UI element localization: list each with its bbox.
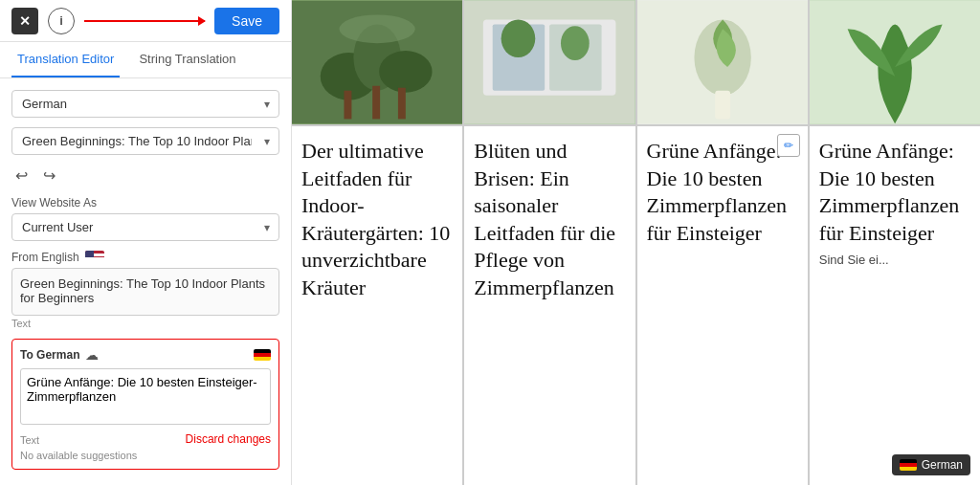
text-cell-4-title: Grüne Anfänge: Die 10 besten Zimmerpflan… <box>819 138 970 247</box>
german-badge-label: German <box>922 458 963 472</box>
flag-de-icon <box>254 349 271 361</box>
no-suggestions-text: No available suggestions <box>20 450 271 461</box>
svg-point-3 <box>379 51 432 93</box>
image-cell-2 <box>464 0 635 124</box>
language-select-wrapper: German French Spanish <box>11 90 279 118</box>
text-cell-2: Blüten und Brisen: Ein saisonaler Leitfa… <box>464 126 635 485</box>
redo-button[interactable]: ↪ <box>39 165 59 187</box>
to-german-textarea-container: Grüne Anfänge: Die 10 besten Einsteiger-… <box>20 368 271 429</box>
text-cell-3: ✏ Grüne Anfänge: Die 10 besten Zimmerpfl… <box>637 126 808 485</box>
from-english-text: Green Beginnings: The Top 10 Indoor Plan… <box>11 268 279 316</box>
svg-rect-6 <box>398 88 406 120</box>
image-cell-3 <box>637 0 808 124</box>
from-english-field-type: Text <box>11 318 279 329</box>
tab-translation-editor[interactable]: Translation Editor <box>11 42 120 77</box>
to-german-footer: Text Discard changes <box>20 432 271 446</box>
text-cell-4: Grüne Anfänge: Die 10 besten Zimmerpflan… <box>810 126 980 485</box>
from-english-section: From English Green Beginnings: The Top 1… <box>11 251 279 329</box>
language-select[interactable]: German French Spanish <box>11 90 279 118</box>
panel-content: German French Spanish Green Beginnings: … <box>0 78 291 485</box>
to-german-field-type: Text <box>20 434 39 446</box>
cloud-icon[interactable]: ☁ <box>85 347 99 363</box>
svg-point-7 <box>340 14 415 43</box>
svg-point-12 <box>501 19 536 57</box>
flag-de-badge-icon <box>900 459 917 471</box>
view-as-select-wrapper: Current User Guest <box>11 213 279 241</box>
undo-button[interactable]: ↩ <box>11 165 32 187</box>
to-german-section: To German ☁ Grüne Anfänge: Die 10 besten… <box>11 339 279 470</box>
save-button[interactable]: Save <box>214 8 279 34</box>
from-english-label: From English <box>11 251 279 264</box>
post-select[interactable]: Green Beginnings: The Top 10 Indoor Plan… <box>11 127 279 155</box>
text-cell-4-body: Sind Sie ei... <box>819 253 970 267</box>
image-cell-4 <box>810 0 980 124</box>
svg-point-13 <box>561 26 590 60</box>
post-select-wrapper: Green Beginnings: The Top 10 Indoor Plan… <box>11 127 279 155</box>
tab-string-translation[interactable]: String Translation <box>133 42 241 77</box>
top-bar: ✕ i Save <box>0 0 291 42</box>
view-website-as-label: View Website As <box>11 196 279 209</box>
close-button[interactable]: ✕ <box>11 8 38 34</box>
text-cell-1: Der ultimative Leitfaden für Indoor-Kräu… <box>292 126 462 485</box>
to-german-label: To German <box>20 348 79 362</box>
svg-rect-4 <box>344 91 351 120</box>
svg-rect-16 <box>715 91 730 120</box>
info-button[interactable]: i <box>48 8 75 34</box>
tabs-bar: Translation Editor String Translation <box>0 42 291 78</box>
arrow-indicator <box>84 20 205 22</box>
text-cell-1-title: Der ultimative Leitfaden für Indoor-Kräu… <box>301 138 453 302</box>
image-cell-1 <box>292 0 462 124</box>
undo-redo-bar: ↩ ↪ <box>11 165 279 187</box>
svg-rect-5 <box>372 86 380 120</box>
text-cell-2-title: Blüten und Brisen: Ein saisonaler Leitfa… <box>474 138 625 302</box>
view-as-select[interactable]: Current User Guest <box>11 213 279 241</box>
discard-changes-button[interactable]: Discard changes <box>186 432 271 446</box>
edit-icon[interactable]: ✏ <box>777 134 800 157</box>
text-cell-3-title: Grüne Anfänge: Die 10 besten Zimmerpflan… <box>647 138 798 247</box>
german-badge: German <box>892 454 970 475</box>
flag-us-icon <box>85 251 104 264</box>
to-german-header: To German ☁ <box>20 347 271 363</box>
right-panel: Der ultimative Leitfaden für Indoor-Kräu… <box>292 0 980 485</box>
view-website-as-section: View Website As Current User Guest <box>11 196 279 241</box>
to-german-textarea[interactable]: Grüne Anfänge: Die 10 besten Einsteiger-… <box>20 368 271 425</box>
left-panel: ✕ i Save Translation Editor String Trans… <box>0 0 292 485</box>
